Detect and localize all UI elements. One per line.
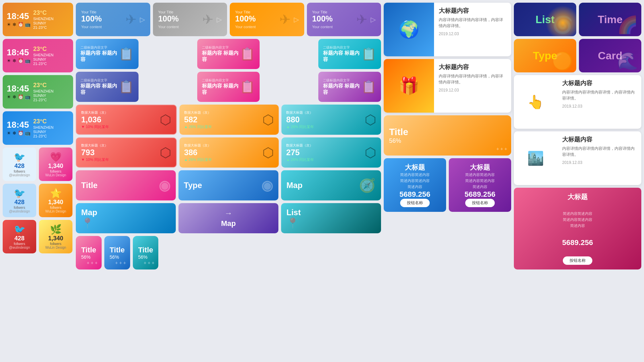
cube-icon-5: ⬡ [262, 145, 274, 160]
special-card-row-1: List 🌀 Time 🌈 [514, 3, 641, 36]
notepad-icon-6: 📋 [361, 80, 376, 94]
far-right-column: List 🌀 Time 🌈 Type 🟡 Card 🌊 👆 大标题内容 [514, 3, 641, 269]
pin-icon-2: 📍 [286, 217, 301, 229]
notepad-icon-5: 📋 [240, 80, 255, 94]
stat-bottom-btn-2[interactable]: 按钮名称 [465, 199, 495, 207]
twitter-icon-2: 🐦 [14, 188, 25, 199]
notepad-icon-3: 📋 [361, 47, 376, 61]
arrow-icon-1: ▷ [140, 15, 145, 23]
right-article-card-2: 🏙️ 大标题内容 内容详情内容详情内容详情，内容详情内容详情。 2019.12.… [514, 131, 641, 185]
swirl-deco-3: 🟡 [552, 51, 573, 71]
stat-bottom-btn-3[interactable]: 按钮名称 [563, 256, 592, 265]
stat-bottom-card-3: 大标题 简述内容简述内容 简述内容简述内容 简述内容 5689.256 按钮名称 [514, 188, 641, 269]
cube-icon-3: ⬡ [365, 112, 376, 127]
star-icon: ⭐ [50, 188, 62, 199]
dots-icon-2: + + + [115, 260, 126, 265]
heart-icon: 💗 [50, 152, 62, 163]
title56-card-3: Title 56% + + + [133, 236, 159, 269]
social-card-5: 🐦 428 follwers @wulindesign [3, 220, 36, 253]
social-card-3: 🐦 428 follwers @wulindesign [3, 184, 36, 217]
weather-temp-1: 23°C [33, 9, 54, 16]
title-card-2: Type ◉ [178, 170, 278, 200]
stat-bottom-row: 大标题 简述内容简述内容 简述内容简述内容 简述内容 5689.256 按钮名称… [384, 158, 511, 212]
stat-bottom-card-2: 大标题 简述内容简述内容 简述内容简述内容 简述内容 5689.256 按钮名称 [449, 158, 511, 212]
dots-icon-orange: + + + [496, 146, 507, 152]
banner-card-1: Your Title 100% Your content ✈ ▷ [76, 3, 150, 36]
title-card-3: Map 🧭 [281, 170, 381, 200]
article-img-2: 🎁 [384, 59, 434, 113]
stat-card-4: 数据大标题（次） 793 ▼ 10% 同比某年 ⬡ [76, 137, 177, 168]
weather-card-1: 18:45 ☀ ❄ ⏰ 📺 23°C SHENZHEN SUNNY 21-23°… [3, 3, 73, 36]
social-row-3: 🐦 428 follwers @wulindesign 🌿 1,340 foll… [3, 220, 73, 253]
cube-icon-1: ⬡ [160, 112, 171, 127]
map-card-2: → Map [178, 203, 278, 233]
arrow-icon-4: ▷ [371, 15, 376, 23]
banner-card-4: Your Title 100% Your content ✈ ▷ [307, 3, 381, 36]
list-card: List 🌀 [514, 3, 576, 36]
info-card-4: 二级标题内容文字 标题内容 标题内容 📋 [76, 72, 139, 102]
weather-time-1: 18:45 [7, 12, 31, 20]
title-card-1: Title ◉ [76, 170, 176, 200]
center-column: Your Title 100% Your content ✈ ▷ Your Ti… [76, 3, 381, 269]
weather-range-1: 21-23°C [33, 25, 54, 29]
snow-icon: ❄ [12, 22, 16, 27]
weather-card-3: 18:45 ☀❄⏰📺 23°C SHENZHEN SUNNY 21-23°C [3, 75, 73, 109]
card-card: Card 🌊 [579, 39, 641, 72]
weather-icons-1: ☀ ❄ ⏰ 📺 [7, 22, 31, 27]
stat-bottom-btn-1[interactable]: 按钮名称 [400, 199, 430, 207]
tv-icon: 📺 [25, 22, 31, 27]
right-column: 🌍 大标题内容 内容详情内容详情内容详情，内容详情内容详情。 2019.12.0… [384, 3, 511, 269]
social-card-1: 🐦 428 follwers @wulindesign [3, 147, 36, 181]
swirl-deco-4: 🌊 [617, 51, 638, 71]
title-card-row: Title ◉ Type ◉ Map 🧭 [76, 170, 381, 200]
map-card-3: List 📍 [281, 203, 381, 233]
plane-icon-3: ✈ [279, 12, 291, 27]
stat-row-2: 数据大标题（次） 793 ▼ 10% 同比某年 ⬡ 数据大标题（次） 386 ▲… [76, 137, 381, 168]
title56-card-2: Title 56% + + + [104, 236, 130, 269]
swirl-deco-1: 🌀 [552, 15, 573, 35]
plane-icon-1: ✈ [125, 12, 137, 27]
alarm-icon: ⏰ [18, 22, 23, 27]
article-card-1: 🌍 大标题内容 内容详情内容详情内容详情，内容详情内容详情。 2019.12.0… [384, 3, 511, 56]
cube-icon-2: ⬡ [262, 112, 274, 127]
dots-icon-1: + + + [87, 260, 98, 265]
info-card-3: 二级标题内容文字 标题内容 标题内容 📋 [318, 39, 381, 69]
title56-orange-card: Title 56% + + + [384, 115, 511, 156]
notepad-icon-1: 📋 [119, 47, 134, 61]
social-count-1: 428 [14, 163, 24, 170]
banner-card-3: Your Title 100% Your content ✈ ▷ [230, 3, 304, 36]
cube-icon-4: ⬡ [160, 145, 171, 160]
twitter-icon: 🐦 [14, 152, 25, 163]
banner-row: Your Title 100% Your content ✈ ▷ Your Ti… [76, 3, 381, 36]
stat-row-1: 数据大标题（次） 1,036 ▼ 10% 同比某年 ⬡ 数据大标题（次） 582… [76, 105, 381, 135]
right-article-card-1: 👆 大标题内容 内容详情内容详情内容详情，内容详情内容详情。 2019.12.0… [514, 75, 641, 129]
map-card-1: Map 📍 [76, 203, 176, 233]
info-card-5: 二级标题内容文字 标题内容 标题内容 📋 [197, 72, 260, 102]
dots-icon-3: + + + [144, 260, 154, 265]
social-row-2: 🐦 428 follwers @wulindesign ⭐ 1,340 foll… [3, 184, 73, 217]
title56-card-1: Title 56% + + + [76, 236, 102, 269]
weather-city-1: SHENZHEN [33, 17, 54, 21]
swirl-deco-2: 🌈 [617, 15, 638, 35]
stat-bottom-card-1: 大标题 简述内容简述内容 简述内容简述内容 简述内容 5689.256 按钮名称 [384, 158, 446, 212]
stat-card-6: 数据大标题（次） 275 ▲ 26% 同比某年 ⬡ [281, 137, 381, 168]
weather-card-2: 18:45 ☀❄⏰📺 23°C SHENZHEN SUNNY 21-23°C [3, 39, 73, 72]
stat-card-5: 数据大标题（次） 386 ▲ 26% 同比某年 ⬡ [179, 137, 279, 168]
weather-card-4: 18:45 ☀❄⏰📺 23°C SHENZHEN SUNNY 21-23°C [3, 111, 73, 145]
notepad-icon-4: 📋 [119, 80, 134, 94]
info-row-2: 二级标题内容文字 标题内容 标题内容 📋 二级标题内容文字 标题内容 标题内容 … [76, 72, 381, 102]
right-article-img-2: 🏙️ [514, 131, 557, 185]
cube-icon-6: ⬡ [365, 145, 376, 160]
sun-icon: ☀ [7, 22, 11, 27]
info-card-6: 二级标题内容文字 标题内容 标题内容 📋 [318, 72, 381, 102]
notepad-icon-2: 📋 [240, 47, 255, 61]
social-label-1: follwers [14, 170, 25, 173]
social-count-2: 1,340 [48, 163, 63, 170]
weather-icons-2: ☀❄⏰📺 [7, 58, 31, 63]
arrow-icon-3: ▷ [294, 15, 299, 23]
info-row-1: 二级标题内容文字 标题内容 标题内容 📋 二级标题内容文字 标题内容 标题内容 … [76, 39, 381, 69]
title56-row: Title 56% + + + Title 56% + + + Title 56… [76, 236, 381, 269]
social-card-4: ⭐ 1,340 follwers WuLin Design [39, 184, 72, 217]
pin-icon-1: 📍 [81, 217, 97, 229]
plane-icon-4: ✈ [356, 12, 368, 27]
